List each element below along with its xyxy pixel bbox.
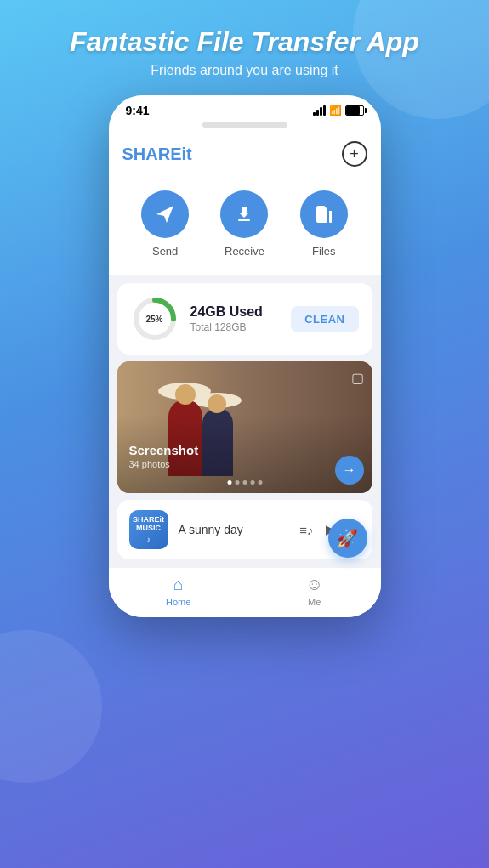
- logo-text: SHAREit: [122, 145, 192, 163]
- music-title: A sunny day: [179, 523, 290, 536]
- nav-home[interactable]: ⌂ Home: [166, 575, 190, 607]
- fab-boost-button[interactable]: 🚀: [328, 519, 367, 558]
- receive-icon: [234, 204, 254, 224]
- storage-percent: 25%: [145, 315, 162, 324]
- photo-card: ▢ Screenshot 34 photos →: [117, 361, 372, 493]
- dot-3: [242, 480, 247, 485]
- status-bar: 9:41 📶: [109, 95, 381, 122]
- receive-action: Receive: [220, 190, 268, 258]
- storage-card: 25% 24GB Used Total 128GB CLEAN: [117, 283, 372, 355]
- bottom-navigation: ⌂ Home ☺ Me: [109, 568, 381, 617]
- photo-count: 34 photos: [129, 459, 199, 469]
- home-icon: ⌂: [173, 575, 184, 594]
- send-action: Send: [141, 190, 189, 258]
- storage-used: 24GB Used: [190, 304, 280, 320]
- battery-icon: [345, 105, 364, 116]
- status-icons: 📶: [313, 105, 364, 116]
- dot-5: [258, 480, 262, 485]
- clean-button[interactable]: CLEAN: [291, 306, 358, 332]
- gallery-icon: ▢: [351, 370, 364, 386]
- storage-info: 24GB Used Total 128GB: [190, 304, 280, 333]
- status-time: 9:41: [126, 104, 150, 117]
- app-header: SHAREit +: [109, 131, 381, 177]
- music-app-name: SHAREitMUSIC: [133, 516, 164, 533]
- photo-background: [117, 361, 372, 493]
- music-queue-button[interactable]: ≡♪: [299, 523, 313, 537]
- send-icon: [155, 204, 175, 224]
- me-label: Me: [308, 597, 321, 607]
- app-logo: SHAREit: [122, 145, 192, 164]
- add-button[interactable]: +: [342, 141, 367, 167]
- photo-next-button[interactable]: →: [335, 456, 364, 485]
- storage-total: Total 128GB: [190, 321, 280, 333]
- photo-overlay: [117, 361, 372, 493]
- notch: [109, 122, 381, 131]
- music-note-icon: ♪: [146, 535, 151, 544]
- receive-button[interactable]: [220, 190, 268, 238]
- files-icon: [314, 204, 334, 224]
- me-icon: ☺: [306, 575, 323, 594]
- signal-icon: [313, 105, 326, 116]
- home-label: Home: [166, 597, 190, 607]
- music-thumbnail: SHAREitMUSIC ♪: [129, 510, 168, 549]
- files-label: Files: [312, 245, 335, 258]
- files-button[interactable]: [300, 190, 348, 238]
- dot-2: [235, 480, 239, 485]
- photo-dots: [227, 480, 262, 485]
- photo-caption: Screenshot 34 photos: [129, 443, 199, 469]
- receive-label: Receive: [225, 245, 264, 258]
- action-section: Send Receive: [109, 177, 381, 275]
- storage-donut: 25%: [131, 295, 179, 343]
- svg-rect-2: [329, 211, 332, 213]
- wifi-icon: 📶: [329, 105, 342, 116]
- files-action: Files: [300, 190, 348, 258]
- phone-frame: 9:41 📶 SHAREit +: [109, 95, 381, 617]
- svg-rect-0: [238, 219, 250, 221]
- send-button[interactable]: [141, 190, 189, 238]
- dot-1: [227, 480, 231, 485]
- dot-4: [250, 480, 254, 485]
- nav-me[interactable]: ☺ Me: [306, 575, 323, 607]
- send-label: Send: [152, 245, 178, 258]
- photo-title: Screenshot: [129, 443, 199, 457]
